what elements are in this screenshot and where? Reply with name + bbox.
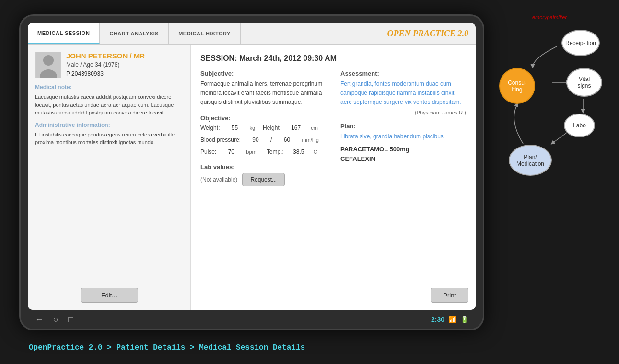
plan-text: Librata sive, grandia habendum piscibus.: [340, 132, 466, 141]
breadcrumb: OpenPractice 2.0 > Patient Details > Med…: [29, 343, 305, 352]
patient-phone: P 2043980933: [66, 70, 145, 77]
print-button[interactable]: Print: [431, 288, 468, 303]
objective-section: Objective: Weight: kg Height: cm Blood: [200, 114, 326, 156]
svg-point-1: [43, 55, 54, 66]
admin-info-text: Et instabilis caecoque pondus egens reru…: [35, 131, 183, 147]
height-label: Height:: [263, 125, 281, 131]
status-time: 2:30: [431, 316, 444, 323]
medical-note-text: Lacusque mutastis caeca addidit postquam…: [35, 93, 183, 117]
patient-text-info: JOHN PETERSON / MR Male / Age 34 (1978) …: [66, 52, 145, 77]
bp-unit: mm/Hg: [302, 137, 318, 143]
workflow-title: emorypalmilter: [494, 14, 605, 20]
weight-input[interactable]: [222, 124, 246, 132]
height-unit: cm: [311, 125, 318, 131]
height-input[interactable]: [284, 124, 308, 132]
app-logo: OPEN PRACTICE 2.0: [387, 29, 468, 39]
tab-medical-session[interactable]: MEDICAL SESSION: [28, 23, 100, 44]
status-bar-right: 2:30 📶 🔋: [431, 316, 468, 323]
lab-not-available: (Not available): [200, 176, 237, 183]
patient-info: JOHN PETERSON / MR Male / Age 34 (1978) …: [35, 52, 183, 78]
bp-systolic-input[interactable]: [244, 136, 268, 144]
weight-unit: kg: [249, 125, 255, 131]
lab-row: (Not available) Request...: [200, 173, 326, 186]
bp-row: Blood pressure: / mm/Hg: [200, 136, 326, 144]
session-title: SESSION: March 24th, 2012 09:30 AM: [200, 54, 466, 63]
request-button[interactable]: Request...: [242, 173, 285, 186]
tab-bar: MEDICAL SESSION CHART ANALYSIS MEDICAL H…: [28, 23, 241, 44]
patient-demographics: Male / Age 34 (1978): [66, 61, 145, 68]
bp-diastolic-input[interactable]: [275, 136, 299, 144]
tablet-screen: MEDICAL SESSION CHART ANALYSIS MEDICAL H…: [28, 23, 476, 310]
nav-icons: ← ○ □: [35, 315, 73, 325]
objective-label: Objective:: [200, 114, 326, 122]
temp-input[interactable]: [287, 148, 311, 156]
patient-name: JOHN PETERSON / MR: [66, 52, 145, 60]
physician-text: (Physician: James R.): [340, 110, 466, 115]
node-consulting[interactable]: Consu-lting: [499, 68, 535, 104]
wifi-icon: 📶: [448, 316, 456, 323]
medical-note-label: Medical note:: [35, 84, 183, 91]
pulse-label: Pulse:: [200, 148, 216, 155]
lab-label: Lab values:: [200, 163, 326, 171]
app-header: MEDICAL SESSION CHART ANALYSIS MEDICAL H…: [28, 23, 476, 45]
battery-icon: 🔋: [460, 316, 468, 323]
left-panel: JOHN PETERSON / MR Male / Age 34 (1978) …: [28, 45, 191, 310]
medication2: CEFALEXIN: [340, 155, 466, 162]
node-vitalsigns[interactable]: Vitalsigns: [566, 68, 602, 97]
medication1: PARACETAMOL 500mg: [340, 146, 466, 153]
plan-label: Plan:: [340, 123, 466, 130]
tablet-frame: MEDICAL SESSION CHART ANALYSIS MEDICAL H…: [19, 14, 484, 330]
right-panel: SESSION: March 24th, 2012 09:30 AM Subje…: [191, 45, 476, 310]
recent-icon[interactable]: □: [68, 315, 73, 325]
pulse-input[interactable]: [219, 148, 243, 156]
tab-chart-analysis[interactable]: CHART ANALYSIS: [100, 23, 169, 44]
assessment-label: Assessment:: [340, 70, 466, 77]
left-column: Subjective: Formaeque animalia iners, te…: [200, 70, 326, 186]
node-reception[interactable]: Receip- tion: [561, 30, 600, 56]
right-column: Assessment: Fert grandia, fontes moderan…: [340, 70, 466, 186]
back-icon[interactable]: ←: [35, 315, 44, 325]
tab-medical-history[interactable]: MEDICAL HISTORY: [169, 23, 241, 44]
edit-button[interactable]: Edit...: [81, 288, 138, 303]
temp-unit: C: [314, 149, 317, 155]
bp-label: Blood pressure:: [200, 136, 241, 143]
content-grid: Subjective: Formaeque animalia iners, te…: [200, 70, 466, 186]
lab-section: Lab values: (Not available) Request...: [200, 163, 326, 186]
weight-label: Weight:: [200, 125, 220, 131]
admin-info-label: Administrative information:: [35, 122, 183, 128]
avatar: [35, 52, 61, 78]
assessment-text: Fert grandia, fontes moderantum duae cum…: [340, 80, 466, 107]
pulse-temp-row: Pulse: bpm Temp.: C: [200, 148, 326, 156]
node-labo[interactable]: Labo: [564, 114, 595, 137]
pulse-unit: bpm: [246, 149, 256, 155]
main-content: JOHN PETERSON / MR Male / Age 34 (1978) …: [28, 45, 476, 310]
temp-label: Temp.:: [267, 148, 284, 155]
home-icon[interactable]: ○: [53, 315, 58, 325]
subjective-text: Formaeque animalia iners, terrenae pereg…: [200, 80, 326, 107]
node-plan[interactable]: Plan/Medication: [509, 145, 552, 176]
tablet-statusbar: ← ○ □ 2:30 📶 🔋: [21, 310, 483, 329]
weight-row: Weight: kg Height: cm: [200, 124, 326, 132]
workflow-panel: emorypalmilter Receip- tion C: [494, 14, 605, 206]
workflow-diagram: Receip- tion Consu-lting Vitalsigns Labo…: [494, 25, 605, 197]
subjective-label: Subjective:: [200, 70, 326, 77]
